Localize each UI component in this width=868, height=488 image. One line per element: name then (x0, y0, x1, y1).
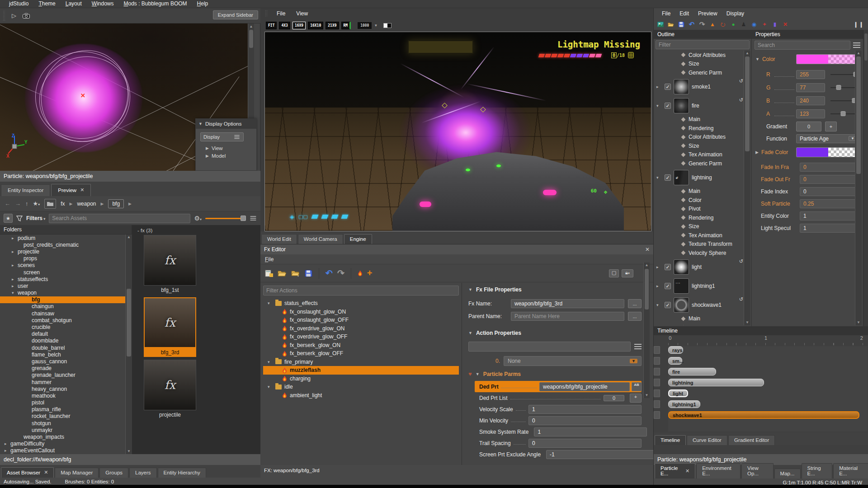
forward-icon[interactable]: → (15, 200, 21, 207)
parm-count-box[interactable]: 0 (604, 395, 624, 401)
tree-arrow-icon[interactable] (656, 303, 662, 307)
fx-name-field[interactable]: weapon/bfg/bfg_3rd (511, 299, 624, 308)
play-icon[interactable]: ● (730, 21, 736, 28)
fx-tree-item[interactable]: muzzleflash (263, 366, 459, 375)
fire-action-icon[interactable] (358, 270, 363, 276)
particle-menu-item[interactable]: Display (722, 10, 749, 18)
particle-parm-row[interactable]: Smoke System Rate 1 (475, 426, 642, 437)
save-icon[interactable] (305, 270, 312, 277)
drag-handle[interactable] (3, 10, 5, 21)
folder-tree-item[interactable]: chaingun (0, 303, 132, 310)
property-value-field[interactable]: 0 (800, 175, 860, 184)
tree-arrow-icon[interactable] (5, 448, 10, 453)
outline-tree-item[interactable]: ✓ Size ↺ (655, 222, 744, 231)
collapse-icon[interactable]: ▼ (468, 287, 472, 292)
folder-tree-item[interactable]: scenes (0, 262, 132, 269)
gradient-count-box[interactable]: 0 (796, 122, 821, 131)
menubar-item[interactable]: Mods : Bubblegum BOOM (119, 0, 191, 8)
outline-tree-item[interactable]: ✓ Texture Transform ↺ (655, 240, 744, 249)
parm-value-field[interactable]: -1 (546, 450, 653, 459)
asset-tile[interactable]: fx bfg_3rd (144, 297, 196, 357)
parm-value-field[interactable]: weapons/bfg/bfg_projectile (539, 382, 630, 391)
properties-search-input[interactable] (755, 41, 850, 50)
outline-tree-item[interactable]: ✓ Color Attributes ↺ (655, 133, 744, 142)
list-view-icon[interactable] (250, 216, 256, 221)
channel-value-field[interactable]: 240 (796, 96, 825, 105)
filter-actions-input[interactable] (263, 286, 459, 296)
folder-tree-item[interactable]: hammer (0, 379, 132, 385)
folder-tree-item[interactable]: pistol (0, 399, 132, 406)
folder-tree-item[interactable]: gauss_cannon (0, 358, 132, 365)
parent-name-field[interactable]: Parent Name Here (511, 312, 624, 321)
outline-tree-item[interactable]: ✓ Size ↺ (655, 141, 744, 150)
folder-tree-item[interactable]: gameEventCallout (0, 447, 132, 454)
play-toggle-icon[interactable]: ▷ (12, 12, 16, 19)
inspector-tab[interactable]: Preview✕ (51, 184, 91, 196)
bottom-tab[interactable]: Entity Hierarchy✕ (158, 468, 206, 478)
timeline-track-bar[interactable]: light (668, 389, 688, 397)
menubar-item[interactable]: Theme (34, 0, 60, 8)
action-name-field[interactable] (468, 342, 631, 352)
folder-tree-item[interactable]: shotgun (0, 420, 132, 427)
close-tab-icon[interactable]: ✕ (44, 469, 48, 475)
outline-tree-item[interactable]: ✓ Main ↺ (655, 314, 744, 324)
asset-tile[interactable]: fx projectile (144, 360, 196, 419)
fx-tree-item[interactable]: fx_onslaught_glow_OFF (263, 316, 459, 324)
up-icon[interactable]: ↑ (25, 200, 28, 207)
particle-menu-item[interactable]: Preview (693, 10, 722, 18)
fx-tree-item[interactable]: charging (263, 375, 459, 383)
fire-icon[interactable]: ▲ (709, 21, 716, 28)
folder-tree-item[interactable]: grenade_launcher (0, 372, 132, 379)
bottom-tab[interactable]: Layers✕ (129, 468, 157, 478)
particle-parm-row[interactable]: Min Velocity 0 (475, 415, 642, 426)
aspect-ratio-button[interactable]: 16X10 (308, 22, 323, 29)
outline-tree-item[interactable]: ✓ light ↺ (655, 258, 744, 277)
channel-slider[interactable] (830, 74, 857, 75)
fx-file-menu[interactable]: File (265, 256, 274, 263)
folder-tree-item[interactable]: rocket_launcher (0, 413, 132, 420)
outline-tree-item[interactable]: ✓ lightning ↺ (655, 168, 744, 187)
particle-menu-item[interactable]: Edit (675, 10, 693, 18)
asset-thumbnail[interactable]: fx (144, 235, 196, 286)
fx-tree-item[interactable]: fire_primary (263, 358, 459, 366)
outline-filter-input[interactable] (656, 40, 750, 49)
property-value-field[interactable]: 0.25 (800, 199, 860, 208)
breadcrumb-item[interactable]: bfg (108, 199, 124, 208)
add-parm-button[interactable]: + (630, 394, 642, 403)
parm-value-field[interactable]: 0 (528, 439, 642, 448)
pause-icon[interactable]: ❙❙ (856, 21, 862, 28)
fx-tree-item[interactable]: fx_berserk_glow_ON (263, 341, 459, 350)
folder-tree-item[interactable]: statuseffects (0, 276, 132, 282)
visibility-checkbox[interactable]: ✓ (665, 283, 671, 289)
bottom-tab[interactable]: Asset Browser✕ (1, 467, 54, 478)
outline-tree-item[interactable]: ✓ Tex Animation ↺ (655, 150, 744, 160)
property-value-field[interactable]: 0 (800, 163, 860, 172)
fx-tree-item[interactable]: fx_onslaught_glow_ON (263, 308, 459, 316)
folder-tree-item[interactable]: plasma_rifle (0, 406, 132, 413)
undo-icon[interactable]: ↶ (326, 268, 333, 278)
folder-icon[interactable] (44, 199, 56, 209)
undo-icon[interactable]: ↶ (689, 21, 695, 28)
outline-tree-item[interactable]: ✓ Size ↺ (655, 60, 744, 69)
outline-tree-item[interactable]: ✓ lightning1 ↺ (655, 277, 744, 296)
tree-arrow-icon[interactable] (12, 236, 18, 240)
new-file-icon[interactable] (265, 270, 273, 277)
outline-tree-item[interactable]: ✓ Color Attributes ↺ (655, 51, 744, 60)
brush-icon[interactable]: ✦ (761, 21, 768, 28)
editor-tab[interactable]: String E...✕ (802, 463, 833, 479)
aspect-ratio-button[interactable]: FIT (266, 22, 277, 29)
outline-tree-item[interactable]: ✓ Rendering ↺ (655, 124, 744, 133)
open-folder-dropdown-icon[interactable] (291, 270, 300, 277)
thumbnail-size-slider[interactable] (205, 218, 246, 219)
timeline-track-bar[interactable]: lightning1 (668, 400, 700, 408)
tree-arrow-icon[interactable] (5, 441, 10, 446)
close-tab-icon[interactable]: ✕ (80, 187, 84, 193)
tree-arrow-icon[interactable] (12, 277, 18, 282)
dropdown-caret-icon[interactable]: ▼ (374, 23, 377, 28)
outline-tree-item[interactable]: ✓ Tex Animation ↺ (655, 231, 744, 240)
contrast-icon[interactable] (383, 23, 392, 28)
outline-tree-item[interactable]: ✓ fire ↺ (655, 96, 744, 115)
drag-handle[interactable] (265, 10, 268, 17)
loop-icon[interactable]: ↺ (739, 296, 743, 302)
channel-slider[interactable] (830, 113, 857, 114)
